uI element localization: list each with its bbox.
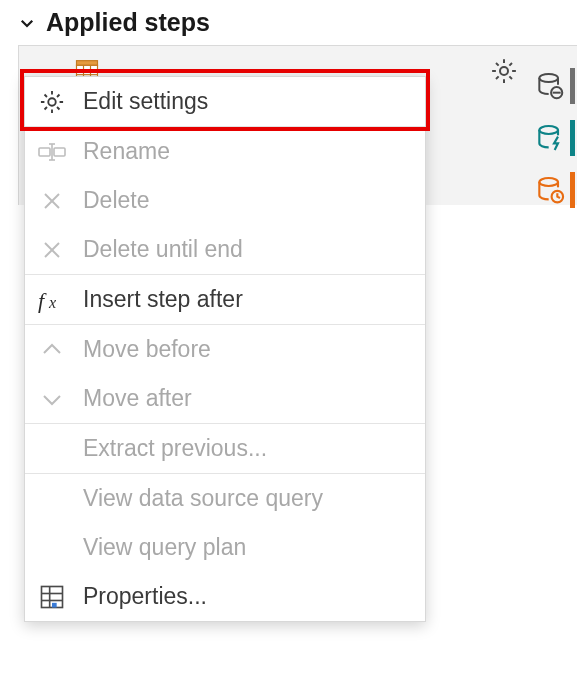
menu-label: Edit settings [83,88,208,115]
toolbar-db-clock-icon[interactable] [534,172,575,208]
menu-rename: Rename [25,127,425,176]
rename-icon [35,135,69,169]
toolbar-gear-db-icon[interactable] [534,68,575,104]
menu-edit-settings[interactable]: Edit settings [25,77,425,126]
svg-rect-0 [77,61,98,66]
svg-point-10 [539,126,558,134]
svg-text:x: x [48,294,56,311]
menu-view-query-plan: View query plan [25,523,425,572]
menu-properties[interactable]: Properties... [25,572,425,621]
menu-label: Move before [83,336,211,363]
menu-label: Delete until end [83,236,243,263]
delete-x-icon [35,233,69,267]
menu-label: View query plan [83,534,246,561]
svg-point-6 [500,67,508,75]
svg-rect-14 [39,148,50,156]
svg-point-7 [539,74,558,82]
chevron-down-icon [35,382,69,416]
menu-label: Rename [83,138,170,165]
menu-move-before: Move before [25,325,425,374]
menu-insert-step-after[interactable]: f x Insert step after [25,275,425,324]
step-context-menu: Edit settings Rename Delete [24,76,426,622]
menu-label: Move after [83,385,192,412]
menu-move-after: Move after [25,374,425,423]
menu-label: Properties... [83,583,207,610]
svg-rect-15 [54,148,65,156]
gear-icon[interactable] [489,56,519,86]
menu-delete: Delete [25,176,425,225]
chevron-up-icon [35,333,69,367]
toolbar-db-bolt-icon[interactable] [534,120,575,156]
svg-text:f: f [38,288,47,313]
menu-label: Extract previous... [83,435,267,462]
chevron-down-icon [18,14,36,32]
menu-delete-until-end: Delete until end [25,225,425,274]
menu-label: Delete [83,187,149,214]
menu-label: Insert step after [83,286,243,313]
applied-steps-title: Applied steps [46,8,210,37]
svg-point-13 [48,98,55,105]
svg-point-11 [539,178,558,186]
fx-icon: f x [35,283,69,317]
right-action-strip [534,68,581,208]
delete-x-icon [35,184,69,218]
svg-rect-29 [52,602,57,607]
menu-view-data-source-query: View data source query [25,474,425,523]
menu-extract-previous: Extract previous... [25,424,425,473]
properties-icon [35,580,69,614]
applied-steps-header[interactable]: Applied steps [0,0,581,45]
gear-icon [35,85,69,119]
menu-label: View data source query [83,485,323,512]
